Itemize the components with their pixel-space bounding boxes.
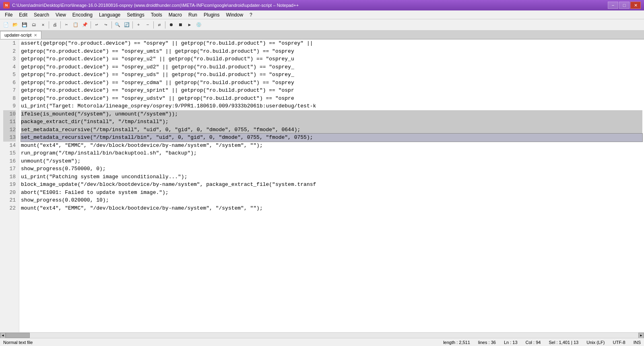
code-line-7[interactable]: getprop("ro.product.device") == "osprey_… xyxy=(21,86,642,95)
code-line-12[interactable]: set_metadata_recursive("/tmp/install", "… xyxy=(21,126,642,134)
code-line-8[interactable]: getprop("ro.product.device") == "osprey_… xyxy=(21,95,642,103)
scroll-right-arrow[interactable]: ▶ xyxy=(638,333,644,338)
app-icon-text: N xyxy=(5,3,8,7)
menu-macro[interactable]: Macro xyxy=(165,11,185,19)
menu-tools[interactable]: Tools xyxy=(148,11,165,19)
status-bar: Normal text file length : 2,511 lines : … xyxy=(0,338,644,346)
toolbar-sep-1 xyxy=(49,21,49,29)
menu-window[interactable]: Window xyxy=(223,11,246,19)
code-line-3[interactable]: getprop("ro.product.device") == "osprey_… xyxy=(21,55,642,63)
undo-button[interactable]: ↩ xyxy=(92,21,101,29)
editor-container: 12345678910111213141516171819202122 asse… xyxy=(0,39,644,332)
tab-close-icon[interactable]: ✕ xyxy=(34,33,37,37)
app-icon: N xyxy=(3,2,10,8)
scroll-thumb[interactable] xyxy=(6,333,30,338)
menu-file[interactable]: File xyxy=(2,11,16,19)
maximize-button[interactable]: □ xyxy=(619,2,630,9)
code-line-2[interactable]: getprop("ro.product.device") == "osprey_… xyxy=(21,47,642,56)
close-button-tb[interactable]: ✕ xyxy=(39,21,47,29)
new-button[interactable]: 📄 xyxy=(2,21,10,29)
cut-button[interactable]: ✂ xyxy=(62,21,71,29)
window-title: C:\Users\admin\Desktop\Error\lineage-16.… xyxy=(12,3,299,8)
macro-record-button[interactable]: ⏺ xyxy=(167,21,175,29)
code-line-14[interactable]: mount("ext4", "EMMC", "/dev/block/bootde… xyxy=(21,142,642,150)
title-bar: N C:\Users\admin\Desktop\Error\lineage-1… xyxy=(0,0,644,10)
toolbar-sep-5 xyxy=(132,21,133,29)
menu-run[interactable]: Run xyxy=(185,11,200,19)
code-line-6[interactable]: getprop("ro.product.device") == "osprey_… xyxy=(21,79,642,87)
minimize-button[interactable]: − xyxy=(608,2,618,9)
code-line-5[interactable]: getprop("ro.product.device") == "osprey_… xyxy=(21,71,642,79)
find-button[interactable]: 🔍 xyxy=(113,21,122,29)
col-info: Col : 94 xyxy=(526,340,541,345)
code-line-22[interactable]: mount("ext4", "EMMC", "/dev/block/bootde… xyxy=(21,204,642,212)
macro-save-button[interactable]: 💿 xyxy=(194,21,203,29)
copy-button[interactable]: 📋 xyxy=(71,21,80,29)
scroll-left-arrow[interactable]: ◀ xyxy=(0,333,6,338)
tab-bar: updater-script ✕ xyxy=(0,31,644,39)
macro-stop-button[interactable]: ⏹ xyxy=(176,21,185,29)
code-line-4[interactable]: getprop("ro.product.device") == "osprey_… xyxy=(21,63,642,71)
save-button[interactable]: 💾 xyxy=(20,21,29,29)
code-content[interactable]: assert(getprop("ro.product.device") == "… xyxy=(19,39,644,332)
tab-label: updater-script xyxy=(4,33,31,37)
code-line-20[interactable]: abort("E1001: Failed to update system im… xyxy=(21,189,642,197)
ln-info: Ln : 13 xyxy=(504,340,518,345)
code-line-19[interactable]: block_image_update("/dev/block/bootdevic… xyxy=(21,181,642,189)
toolbar-sep-2 xyxy=(60,21,61,29)
encoding-info: UTF-8 xyxy=(613,340,625,345)
macro-play-button[interactable]: ▶ xyxy=(185,21,194,29)
menu-view[interactable]: View xyxy=(52,11,69,19)
menu-settings[interactable]: Settings xyxy=(124,11,147,19)
code-line-21[interactable]: show_progress(0.020000, 10); xyxy=(21,196,642,204)
code-line-13[interactable]: set_metadata_recursive("/tmp/install/bin… xyxy=(21,134,642,142)
paste-button[interactable]: 📌 xyxy=(80,21,89,29)
code-line-15[interactable]: run_program("/tmp/install/bin/backuptool… xyxy=(21,149,642,157)
zoom-in-button[interactable]: + xyxy=(134,21,143,29)
sel-info: Sel : 1,401 | 13 xyxy=(549,340,578,345)
scroll-track[interactable] xyxy=(6,333,638,338)
menu-plugins[interactable]: Plugins xyxy=(200,11,223,19)
menu-help[interactable]: ? xyxy=(246,11,256,19)
file-type: Normal text file xyxy=(3,340,33,345)
redo-button[interactable]: ↪ xyxy=(101,21,110,29)
menu-search[interactable]: Search xyxy=(31,11,52,19)
line-numbers: 12345678910111213141516171819202122 xyxy=(0,39,19,332)
length-info: length : 2,511 xyxy=(443,340,470,345)
horizontal-scrollbar[interactable]: ◀ ▶ xyxy=(0,332,644,338)
sync-scroll-button[interactable]: ⇄ xyxy=(155,21,164,29)
zoom-out-button[interactable]: − xyxy=(143,21,152,29)
toolbar-sep-4 xyxy=(111,21,112,29)
toolbar-sep-6 xyxy=(153,21,154,29)
code-line-16[interactable]: unmount("/system"); xyxy=(21,157,642,165)
lines-info: lines : 36 xyxy=(478,340,496,345)
replace-button[interactable]: 🔄 xyxy=(122,21,131,29)
toolbar: 📄 📂 💾 🗂 ✕ 🖨 ✂ 📋 📌 ↩ ↪ 🔍 🔄 + − ⇄ ⏺ ⏹ ▶ 💿 xyxy=(0,19,644,31)
menu-edit[interactable]: Edit xyxy=(16,11,31,19)
window-controls: − □ ✕ xyxy=(608,2,641,9)
line-ending-info: Unix (LF) xyxy=(586,340,605,345)
code-line-11[interactable]: package_extract_dir("install", "/tmp/ins… xyxy=(21,118,642,126)
menu-bar: File Edit Search View Encoding Language … xyxy=(0,10,644,19)
open-button[interactable]: 📂 xyxy=(11,21,20,29)
code-line-10[interactable]: ifelse(is_mounted("/system"), unmount("/… xyxy=(21,110,642,118)
menu-encoding[interactable]: Encoding xyxy=(69,11,96,19)
toolbar-sep-3 xyxy=(91,21,91,29)
print-button[interactable]: 🖨 xyxy=(50,21,59,29)
code-line-18[interactable]: ui_print("Patching system image uncondit… xyxy=(21,173,642,181)
code-line-17[interactable]: show_progress(0.750000, 0); xyxy=(21,165,642,173)
code-line-9[interactable]: ui_print("Target: Motorola/lineage_ospre… xyxy=(21,102,642,110)
tab-updater-script[interactable]: updater-script ✕ xyxy=(0,31,41,39)
menu-language[interactable]: Language xyxy=(96,11,124,19)
toolbar-sep-7 xyxy=(165,21,165,29)
close-button[interactable]: ✕ xyxy=(630,2,641,9)
save-all-button[interactable]: 🗂 xyxy=(29,21,38,29)
ins-info: INS xyxy=(634,340,641,345)
code-line-1[interactable]: assert(getprop("ro.product.device") == "… xyxy=(21,39,642,47)
